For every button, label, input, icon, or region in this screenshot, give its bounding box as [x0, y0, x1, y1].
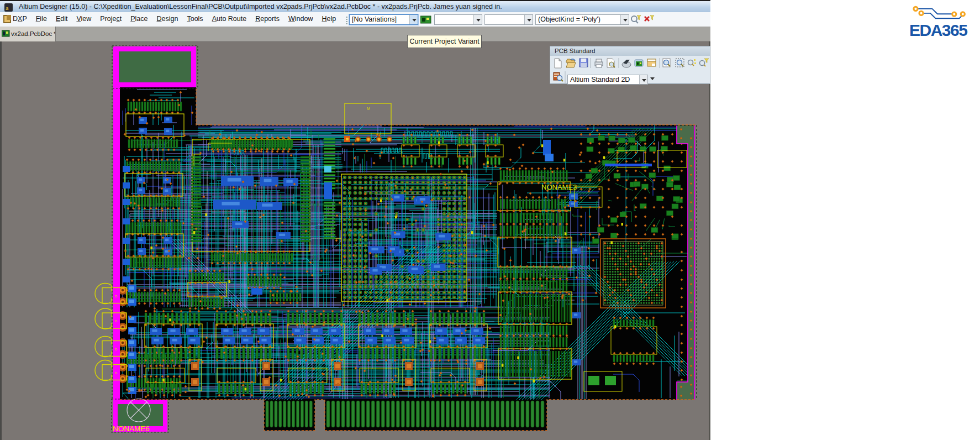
svg-text:M: M — [367, 107, 370, 111]
svg-text:D: D — [115, 295, 118, 298]
svg-text:D: D — [115, 348, 118, 351]
svg-text:NONAME3: NONAME3 — [541, 183, 577, 191]
svg-text:a: a — [6, 4, 9, 11]
svg-text:EDA365: EDA365 — [909, 21, 967, 39]
svg-text:NONAME6: NONAME6 — [113, 425, 150, 433]
svg-text:D: D — [115, 319, 118, 323]
svg-text:D: D — [115, 371, 118, 375]
